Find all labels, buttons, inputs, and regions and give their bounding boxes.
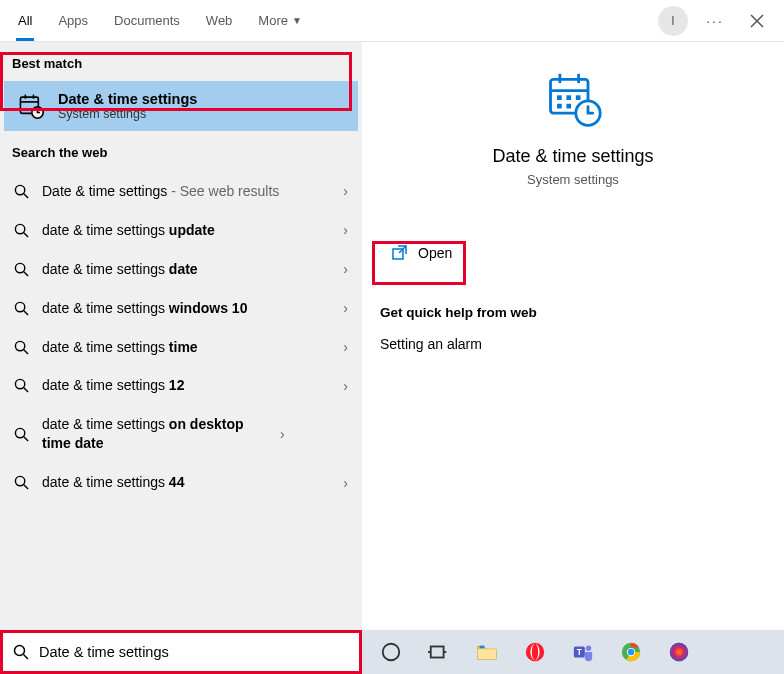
chevron-right-icon: › xyxy=(343,261,348,277)
detail-icon xyxy=(362,70,784,130)
paint-icon[interactable] xyxy=(666,639,692,665)
svg-rect-38 xyxy=(478,649,496,659)
chevron-right-icon: › xyxy=(343,300,348,316)
svg-line-16 xyxy=(24,388,28,392)
tab-all[interactable]: All xyxy=(18,0,32,41)
web-result[interactable]: date & time settings update› xyxy=(0,211,362,250)
web-result[interactable]: date & time settings 12› xyxy=(0,366,362,405)
open-icon xyxy=(392,245,408,261)
opera-icon[interactable] xyxy=(522,639,548,665)
chevron-right-icon: › xyxy=(280,426,285,442)
tab-apps[interactable]: Apps xyxy=(58,0,88,41)
chevron-right-icon: › xyxy=(343,222,348,238)
svg-rect-26 xyxy=(566,95,571,100)
svg-line-14 xyxy=(24,349,28,353)
search-web-label: Search the web xyxy=(0,131,362,170)
svg-point-32 xyxy=(15,646,25,656)
svg-point-48 xyxy=(628,649,634,655)
svg-line-20 xyxy=(24,485,28,489)
open-button[interactable]: Open xyxy=(380,235,464,271)
search-icon xyxy=(14,301,30,316)
quick-help-link[interactable]: Setting an alarm xyxy=(362,332,784,356)
web-result[interactable]: date & time settings on desktop time dat… xyxy=(0,405,362,463)
svg-point-17 xyxy=(15,428,24,437)
svg-rect-25 xyxy=(557,95,562,100)
svg-point-9 xyxy=(15,263,24,272)
detail-panel: Date & time settings System settings Ope… xyxy=(362,42,784,630)
close-icon xyxy=(750,14,764,28)
chrome-icon[interactable] xyxy=(618,639,644,665)
search-icon xyxy=(14,427,30,442)
chevron-down-icon: ▼ xyxy=(292,15,302,26)
svg-text:T: T xyxy=(577,648,582,657)
best-match-subtitle: System settings xyxy=(58,107,197,121)
svg-point-42 xyxy=(532,644,538,661)
svg-point-13 xyxy=(15,341,24,350)
search-icon xyxy=(14,262,30,277)
svg-line-10 xyxy=(24,272,28,276)
web-results-list: Date & time settings - See web results› … xyxy=(0,170,362,502)
calendar-clock-icon xyxy=(542,70,604,130)
search-icon xyxy=(13,644,29,660)
svg-rect-39 xyxy=(480,646,485,649)
search-icon xyxy=(14,223,30,238)
best-match-label: Best match xyxy=(0,42,362,81)
chevron-right-icon: › xyxy=(343,339,348,355)
results-panel: Best match Date & time settings System s… xyxy=(0,42,362,630)
search-icon xyxy=(14,378,30,393)
svg-rect-29 xyxy=(566,104,571,109)
svg-line-6 xyxy=(24,194,28,198)
svg-point-5 xyxy=(15,185,24,194)
tab-documents[interactable]: Documents xyxy=(114,0,180,41)
svg-rect-27 xyxy=(576,95,581,100)
scope-tabs: All Apps Documents Web More▼ xyxy=(0,0,328,41)
svg-rect-35 xyxy=(431,647,444,658)
calendar-clock-icon xyxy=(18,93,44,119)
web-result[interactable]: date & time settings date› xyxy=(0,250,362,289)
svg-point-34 xyxy=(383,644,400,661)
svg-line-18 xyxy=(24,437,28,441)
quick-help-heading: Get quick help from web xyxy=(362,271,784,332)
svg-line-33 xyxy=(24,655,29,660)
chevron-right-icon: › xyxy=(343,378,348,394)
svg-point-45 xyxy=(586,646,592,652)
web-result[interactable]: date & time settings windows 10› xyxy=(0,289,362,328)
header-bar: All Apps Documents Web More▼ I ··· xyxy=(0,0,784,42)
detail-subtitle: System settings xyxy=(362,172,784,187)
web-result[interactable]: Date & time settings - See web results› xyxy=(0,172,362,211)
svg-point-7 xyxy=(15,224,24,233)
search-icon xyxy=(14,184,30,199)
svg-rect-28 xyxy=(557,104,562,109)
svg-point-15 xyxy=(15,380,24,389)
search-icon xyxy=(14,475,30,490)
chevron-right-icon: › xyxy=(343,475,348,491)
web-result[interactable]: date & time settings 44› xyxy=(0,463,362,502)
search-icon xyxy=(14,340,30,355)
close-button[interactable] xyxy=(742,6,772,36)
svg-point-50 xyxy=(670,643,688,661)
svg-point-19 xyxy=(15,476,24,485)
best-match-title: Date & time settings xyxy=(58,91,197,107)
tab-web[interactable]: Web xyxy=(206,0,233,41)
cortana-icon[interactable] xyxy=(378,639,404,665)
best-match-item[interactable]: Date & time settings System settings xyxy=(4,81,358,131)
search-input[interactable] xyxy=(39,644,349,660)
tab-more[interactable]: More▼ xyxy=(258,0,302,41)
user-avatar[interactable]: I xyxy=(658,6,688,36)
chevron-right-icon: › xyxy=(343,183,348,199)
search-box[interactable] xyxy=(0,630,362,674)
more-options-button[interactable]: ··· xyxy=(700,6,730,36)
taskbar: T xyxy=(362,630,784,674)
detail-title: Date & time settings xyxy=(362,146,784,167)
file-explorer-icon[interactable] xyxy=(474,639,500,665)
web-result[interactable]: date & time settings time› xyxy=(0,328,362,367)
svg-point-11 xyxy=(15,302,24,311)
svg-line-12 xyxy=(24,310,28,314)
teams-icon[interactable]: T xyxy=(570,639,596,665)
svg-line-8 xyxy=(24,233,28,237)
task-view-icon[interactable] xyxy=(426,639,452,665)
